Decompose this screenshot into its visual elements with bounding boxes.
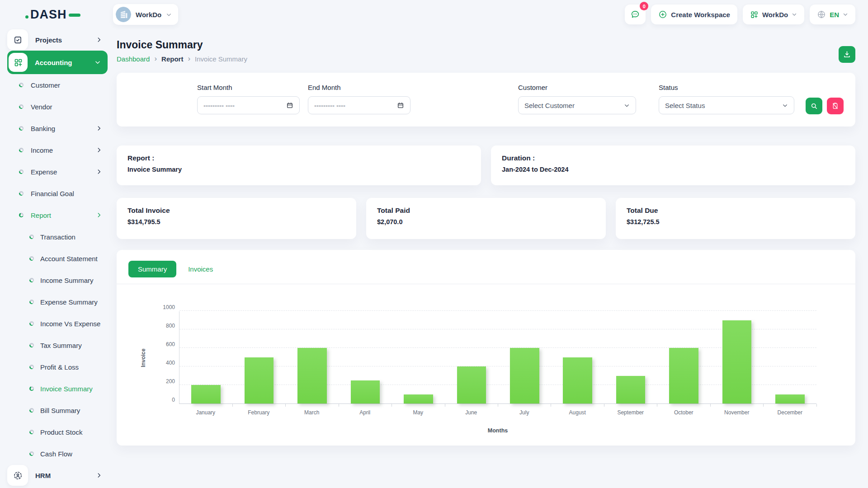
workdo-menu-button[interactable]: WorkDo [743,5,804,24]
sidebar-item-income-vs-expense[interactable]: Income Vs Expense [7,314,108,333]
sidebar-item-label: Profit & Loss [40,363,79,371]
bar-march [297,348,327,404]
messages-button[interactable]: 0 [625,5,646,24]
sidebar-item-report[interactable]: Report [7,205,108,225]
breadcrumb-item-invoice-summary: Invoice Summary [195,55,247,63]
sidebar-item-tax-summary[interactable]: Tax Summary [7,335,108,355]
clear-filter-icon [831,102,839,110]
search-button[interactable] [806,98,822,114]
customer-select[interactable]: Select Customer [518,96,636,114]
status-label: Status [659,84,806,91]
sidebar-item-banking[interactable]: Banking [7,118,108,138]
chart-bar-slot [339,311,392,404]
sidebar-item-income[interactable]: Income [7,140,108,160]
breadcrumb-item-dashboard[interactable]: Dashboard [117,55,150,63]
breadcrumb-separator-icon: › [154,55,157,62]
chart-x-axis-label: Months [179,427,816,434]
sidebar-item-financial-goal[interactable]: Financial Goal [7,183,108,203]
logo-text: DASH [30,8,67,22]
chart-bar-slot [232,311,285,404]
page-title: Invoice Summary [117,39,247,51]
chart-bar-slot [498,311,551,404]
breadcrumb-item-report[interactable]: Report [161,55,183,63]
status-select-value: Select Status [665,102,705,109]
chart-bar-slot [551,311,604,404]
breadcrumb-separator-icon: › [188,55,190,62]
bullet-icon [29,365,34,369]
chat-icon [630,9,640,19]
sidebar-item-expense[interactable]: Expense [7,162,108,182]
chevron-right-icon [96,169,102,175]
end-month-label: End Month [308,84,419,91]
user-focus-icon [7,465,28,486]
language-button[interactable]: EN [810,5,855,24]
duration-label: Duration : [502,154,844,162]
chart-tabs: SummaryInvoices [128,261,844,277]
sidebar-item-label: Report [31,211,51,219]
chevron-down-icon [843,12,848,17]
sidebar-item-income-summary[interactable]: Income Summary [7,270,108,290]
workspace-selector[interactable]: WorkDo [113,4,178,25]
customer-select-value: Select Customer [524,102,575,109]
bar-february [245,357,274,404]
sidebar: ProjectsAccountingCustomerVendorBankingI… [0,26,113,488]
sidebar-item-product-stock[interactable]: Product Stock [7,422,108,442]
reset-filter-button[interactable] [827,98,844,114]
start-month-input[interactable]: --------- ---- [197,96,300,114]
chart-x-tick-label: August [551,409,604,416]
sidebar-item-label: Income [31,146,53,154]
report-label: Report : [127,154,470,162]
chevron-down-icon [94,59,101,66]
globe-icon [817,10,826,19]
search-icon [810,102,818,110]
sidebar-item-accounting[interactable]: Accounting [7,51,108,74]
status-select[interactable]: Select Status [659,96,794,114]
bar-december [775,394,805,404]
sidebar-item-profit-loss[interactable]: Profit & Loss [7,357,108,377]
chart-x-tick-label: October [657,409,711,416]
sidebar-item-label: Bill Summary [40,407,80,414]
filter-card: Start Month --------- ---- End Month ---… [117,73,855,127]
sidebar-item-customer[interactable]: Customer [7,75,108,95]
sidebar-item-vendor[interactable]: Vendor [7,97,108,117]
tab-invoices[interactable]: Invoices [188,261,213,277]
end-month-field: End Month --------- ---- [308,84,419,114]
logo[interactable]: DASH [25,8,80,22]
sidebar-item-label: Income Vs Expense [40,320,100,328]
workspace-avatar [116,7,131,22]
chart-bar-slot [179,311,232,404]
sidebar-item-hrm[interactable]: HRM [7,465,108,485]
sidebar-item-label: Account Statement [40,255,98,263]
workspace-name: WorkDo [136,11,161,19]
chart-y-tick-label: 1000 [163,304,175,310]
chevron-right-icon [96,472,102,479]
chart-bar-slot [657,311,710,404]
sidebar-item-account-statement[interactable]: Account Statement [7,249,108,268]
chevron-right-icon [96,125,102,131]
grid-plus-icon [750,10,759,19]
stat-label: Total Paid [377,206,595,215]
breadcrumb: Dashboard›Report›Invoice Summary [117,55,247,63]
bullet-icon [19,126,24,131]
stat-label: Total Invoice [127,206,345,215]
sidebar-item-expense-summary[interactable]: Expense Summary [7,292,108,312]
bullet-icon [19,191,24,196]
sidebar-item-bill-summary[interactable]: Bill Summary [7,400,108,420]
tab-summary[interactable]: Summary [128,261,176,277]
end-month-input[interactable]: --------- ---- [308,96,410,114]
chart-bar-slot [604,311,657,404]
bar-april [351,380,380,404]
bullet-icon [29,278,34,282]
stat-value: $312,725.5 [627,218,844,225]
chevron-down-icon [624,103,630,108]
download-button[interactable] [839,46,855,63]
sidebar-item-transaction[interactable]: Transaction [7,227,108,247]
sidebar-item-projects[interactable]: Projects [7,30,108,50]
sidebar-item-label: Banking [31,125,55,132]
bullet-icon [29,256,34,261]
grid-plus-icon [9,53,28,72]
chart-x-tick-label: March [285,409,339,416]
create-workspace-button[interactable]: Create Workspace [651,5,737,24]
sidebar-item-cash-flow[interactable]: Cash Flow [7,444,108,464]
sidebar-item-invoice-summary[interactable]: Invoice Summary [7,379,108,399]
